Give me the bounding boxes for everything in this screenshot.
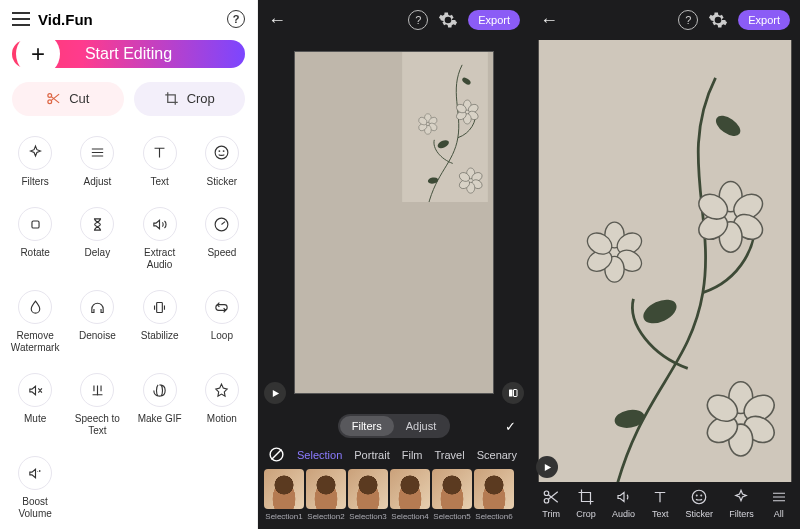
- drop-icon: [27, 299, 44, 316]
- compare-button[interactable]: [502, 382, 524, 404]
- tool-sticker[interactable]: Sticker: [685, 488, 713, 519]
- svg-rect-27: [157, 302, 163, 312]
- play-button[interactable]: [536, 456, 558, 478]
- svg-rect-29: [514, 390, 518, 397]
- svg-point-35: [701, 495, 702, 496]
- gif-icon: [151, 382, 168, 399]
- svg-point-22: [216, 146, 229, 159]
- category-scenary[interactable]: Scenary: [477, 449, 517, 461]
- crop-label: Crop: [187, 91, 215, 106]
- filter-thumb[interactable]: Selection4: [390, 469, 430, 521]
- svg-point-23: [219, 151, 220, 152]
- tool-extract-audio[interactable]: Extract Audio: [129, 201, 191, 280]
- category-selection[interactable]: Selection: [297, 449, 342, 461]
- back-icon[interactable]: ←: [268, 10, 286, 31]
- tool-audio[interactable]: Audio: [612, 488, 635, 519]
- filter-adjust-toggle: Filters Adjust: [338, 414, 451, 438]
- help-icon[interactable]: ?: [227, 10, 245, 28]
- tool-crop[interactable]: Crop: [576, 488, 596, 519]
- apply-button[interactable]: ✓: [505, 419, 516, 434]
- svg-rect-25: [32, 220, 39, 227]
- smile-icon: [213, 144, 230, 161]
- plus-icon: +: [16, 32, 60, 76]
- svg-point-31: [544, 491, 549, 496]
- svg-point-32: [544, 499, 549, 504]
- category-film[interactable]: Film: [402, 449, 423, 461]
- tool-mute[interactable]: Mute: [4, 367, 66, 446]
- video-preview: [294, 51, 494, 394]
- filter-thumb[interactable]: Selection2: [306, 469, 346, 521]
- audio-icon: [615, 488, 633, 506]
- tool-stabilize[interactable]: Stabilize: [129, 284, 191, 363]
- filter-thumb[interactable]: Selection5: [432, 469, 472, 521]
- tab-adjust[interactable]: Adjust: [394, 416, 449, 436]
- svg-rect-28: [509, 390, 513, 397]
- sliders-icon: [89, 144, 106, 161]
- tab-filters[interactable]: Filters: [340, 416, 394, 436]
- tool-denoise[interactable]: Denoise: [66, 284, 128, 363]
- star-icon: [213, 382, 230, 399]
- tool-boost-volume[interactable]: Boost Volume: [4, 450, 66, 529]
- menu-icon[interactable]: [12, 12, 30, 26]
- help-icon[interactable]: ?: [408, 10, 428, 30]
- tool-motion[interactable]: Motion: [191, 367, 253, 446]
- tool-loop[interactable]: Loop: [191, 284, 253, 363]
- tool-text[interactable]: Text: [129, 130, 191, 198]
- tool-adjust[interactable]: Adjust: [66, 130, 128, 198]
- sparkle-icon: [27, 144, 44, 161]
- tool-remove-watermark[interactable]: Remove Watermark: [4, 284, 66, 363]
- tool-filters[interactable]: Filters: [729, 488, 754, 519]
- audio-out-icon: [151, 216, 168, 233]
- svg-point-20: [48, 94, 52, 98]
- back-icon[interactable]: ←: [540, 10, 558, 31]
- tool-all[interactable]: All: [770, 488, 788, 519]
- left-panel: Vid.Fun ? + Start Editing Cut Crop Filte…: [0, 0, 258, 529]
- middle-editor-panel: ← ? Export Filters Adjust ✓ Selection Po…: [258, 0, 530, 529]
- category-travel[interactable]: Travel: [435, 449, 465, 461]
- cut-button[interactable]: Cut: [12, 82, 124, 116]
- start-editing-button[interactable]: + Start Editing: [12, 40, 245, 68]
- tool-make-gif[interactable]: Make GIF: [129, 367, 191, 446]
- tool-text[interactable]: Text: [651, 488, 669, 519]
- text-icon: [151, 144, 168, 161]
- bottom-toolbar: Trim Crop Audio Text Sticker Filters All: [530, 482, 800, 529]
- tool-sticker[interactable]: Sticker: [191, 130, 253, 198]
- crop-button[interactable]: Crop: [134, 82, 246, 116]
- tool-filters[interactable]: Filters: [4, 130, 66, 198]
- svg-point-24: [224, 151, 225, 152]
- volume-up-icon: [27, 465, 44, 482]
- no-filter-icon[interactable]: [268, 446, 285, 463]
- settings-icon[interactable]: [438, 10, 458, 30]
- help-icon[interactable]: ?: [678, 10, 698, 30]
- crop-icon: [164, 91, 179, 106]
- filter-thumb[interactable]: Selection6: [474, 469, 514, 521]
- video-preview: [549, 44, 781, 447]
- transcribe-icon: [89, 382, 106, 399]
- export-button[interactable]: Export: [468, 10, 520, 30]
- play-button[interactable]: [264, 382, 286, 404]
- tool-speed[interactable]: Speed: [191, 201, 253, 280]
- preview-image: [549, 44, 781, 447]
- mute-icon: [27, 382, 44, 399]
- loop-icon: [213, 299, 230, 316]
- app-title: Vid.Fun: [38, 11, 93, 28]
- svg-point-33: [692, 490, 706, 504]
- sparkle-icon: [732, 488, 750, 506]
- stabilize-icon: [151, 299, 168, 316]
- filter-thumbnails: Selection1 Selection2 Selection3 Selecti…: [258, 465, 530, 529]
- rotate-icon: [27, 216, 44, 233]
- tool-speech-to-text[interactable]: Speech to Text: [66, 367, 128, 446]
- settings-icon[interactable]: [708, 10, 728, 30]
- speed-icon: [213, 216, 230, 233]
- right-editor-panel: ← ? Export Trim Crop Audio Text Sticker …: [530, 0, 800, 529]
- tool-trim[interactable]: Trim: [542, 488, 560, 519]
- tool-delay[interactable]: Delay: [66, 201, 128, 280]
- cut-label: Cut: [69, 91, 89, 106]
- category-portrait[interactable]: Portrait: [354, 449, 389, 461]
- export-button[interactable]: Export: [738, 10, 790, 30]
- hourglass-icon: [89, 216, 106, 233]
- crop-icon: [577, 488, 595, 506]
- filter-thumb[interactable]: Selection3: [348, 469, 388, 521]
- tool-rotate[interactable]: Rotate: [4, 201, 66, 280]
- filter-thumb[interactable]: Selection1: [264, 469, 304, 521]
